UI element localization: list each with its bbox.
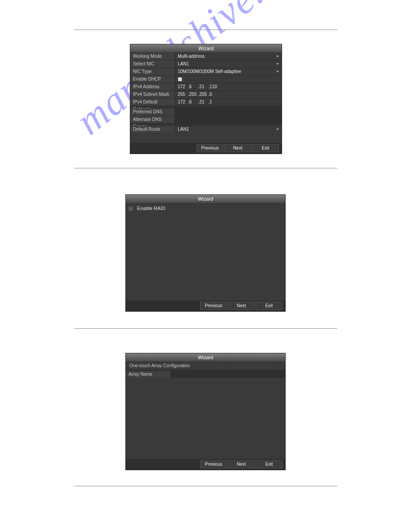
default-route-dropdown[interactable]: LAN1 [175,126,282,133]
ip-seg: .255 [198,91,207,98]
section-header: One-touch Array Configuration [126,361,285,370]
divider [74,486,337,486]
ip-seg: .21 [198,83,207,90]
ip-seg: .6 [188,99,197,106]
panel-title: Wizard [130,44,282,52]
enable-raid-checkbox[interactable] [128,206,133,211]
panel-title: Wizard [126,195,285,203]
label: NIC Type [130,68,175,75]
enable-raid-row: Enable RAID [126,203,285,214]
ipv4-gateway-input[interactable]: 172 .6 .21 .1 [175,99,282,106]
label: Preferred DNS Server [130,108,175,116]
nic-type-dropdown[interactable]: 10M/100M/1000M Self-adaptive [175,68,282,75]
ip-seg: .110 [208,83,217,90]
next-button[interactable]: Next [228,302,255,310]
ip-seg: 172 [178,83,187,90]
previous-button[interactable]: Previous [200,460,227,468]
panel-footer: Previous Next Exit [130,143,282,154]
wizard-array-panel: Wizard One-touch Array Configuration Arr… [125,353,286,470]
chevron-down-icon [276,63,279,65]
enable-raid-label: Enable RAID [137,206,166,211]
next-button[interactable]: Next [228,460,255,468]
chevron-down-icon [276,71,279,73]
panel-title: Wizard [126,353,285,361]
dropdown-value: LAN1 [178,127,189,132]
enable-dhcp-checkbox[interactable] [178,77,182,82]
ip-seg: .6 [188,83,197,90]
divider [74,30,337,30]
row-array-name: Array Name [126,370,285,378]
label: Working Mode [130,53,175,60]
value-cell [175,76,282,83]
row-enable-dhcp: Enable DHCP [130,75,282,83]
select-nic-dropdown[interactable]: LAN1 [175,60,282,68]
ip-seg: 172 [178,99,187,106]
row-working-mode: Working Mode Multi-address [130,52,282,60]
previous-button[interactable]: Previous [200,302,227,310]
label: Default Route [130,126,175,133]
previous-button[interactable]: Previous [197,144,223,152]
divider [74,328,337,329]
ip-seg: .1 [208,99,217,106]
wizard-raid-panel: Wizard Enable RAID Previous Next Exit [125,194,286,312]
preferred-dns-input[interactable] [175,108,282,116]
chevron-down-icon [276,129,279,130]
row-ipv4-address: IPv4 Address 172 .6 .21 .110 [130,83,282,90]
alternate-dns-input[interactable] [175,116,282,123]
dropdown-value: Multi-address [178,54,205,59]
row-select-nic: Select NIC LAN1 [130,60,282,68]
exit-button[interactable]: Exit [256,302,283,310]
chevron-down-icon [276,56,279,57]
label: Enable DHCP [130,76,175,83]
array-name-input[interactable] [171,371,285,378]
ip-seg: .0 [208,91,217,98]
row-default-route: Default Route LAN1 [130,125,282,133]
ip-seg: 255 [178,91,187,98]
wizard-network-panel: Wizard Working Mode Multi-address Select… [130,44,282,154]
ip-seg: .21 [198,99,207,106]
row-ipv4-gateway: IPv4 Default Gateway 172 .6 .21 .1 [130,98,282,106]
working-mode-dropdown[interactable]: Multi-address [175,53,282,60]
row-preferred-dns: Preferred DNS Server [130,108,282,116]
label: IPv4 Default Gateway [130,99,175,106]
label: Select NIC [130,60,175,68]
dropdown-value: LAN1 [178,61,189,66]
panel-footer: Previous Next Exit [126,459,285,470]
next-button[interactable]: Next [224,144,251,152]
label: Alternate DNS Server [130,116,175,123]
divider [74,168,337,168]
ip-seg: .255 [188,91,197,98]
label: IPv4 Address [130,83,175,90]
row-ipv4-subnet: IPv4 Subnet Mask 255 .255 .255 .0 [130,90,282,98]
dropdown-value: 10M/100M/1000M Self-adaptive [178,69,241,74]
ipv4-address-input[interactable]: 172 .6 .21 .110 [175,83,282,90]
exit-button[interactable]: Exit [256,460,283,468]
label: Array Name [126,371,171,378]
exit-button[interactable]: Exit [252,144,279,152]
label: IPv4 Subnet Mask [130,91,175,98]
panel-footer: Previous Next Exit [126,300,285,311]
page: manualshive.com Wizard Working Mode Mult… [0,0,411,532]
ipv4-subnet-input[interactable]: 255 .255 .255 .0 [175,91,282,98]
row-nic-type: NIC Type 10M/100M/1000M Self-adaptive [130,68,282,75]
row-alternate-dns: Alternate DNS Server [130,116,282,123]
